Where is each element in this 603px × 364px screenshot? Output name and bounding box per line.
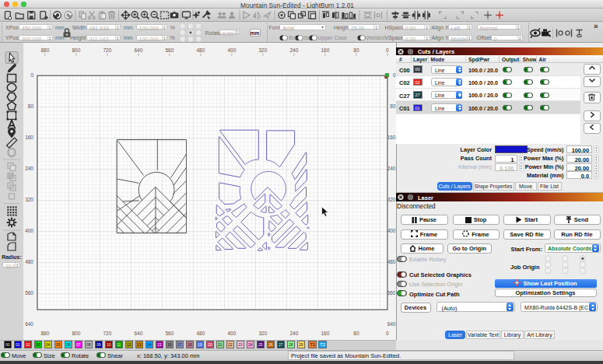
svg-text:320: 320 <box>25 197 33 202</box>
svg-text:720: 720 <box>103 331 111 336</box>
svg-text:240: 240 <box>387 166 396 171</box>
svg-text:880: 880 <box>40 47 49 53</box>
svg-text:720: 720 <box>103 47 111 53</box>
svg-text:560: 560 <box>387 290 396 296</box>
svg-text:560: 560 <box>165 331 174 336</box>
svg-text:80: 80 <box>390 103 396 109</box>
svg-text:400: 400 <box>227 331 236 336</box>
svg-text:160: 160 <box>321 47 329 53</box>
svg-text:160: 160 <box>387 135 396 140</box>
svg-text:80: 80 <box>353 331 359 336</box>
svg-text:160: 160 <box>25 135 33 140</box>
svg-text:0: 0 <box>30 72 33 78</box>
svg-text:400: 400 <box>387 228 396 233</box>
svg-text:480: 480 <box>196 47 205 53</box>
svg-text:400: 400 <box>25 228 33 233</box>
svg-text:800: 800 <box>72 47 80 53</box>
svg-text:640: 640 <box>134 331 142 336</box>
svg-text:880: 880 <box>40 331 49 336</box>
svg-text:240: 240 <box>289 47 298 53</box>
svg-text:560: 560 <box>25 290 33 296</box>
svg-text:480: 480 <box>196 331 205 336</box>
svg-text:240: 240 <box>25 166 33 171</box>
svg-text:80: 80 <box>353 47 359 53</box>
svg-text:240: 240 <box>289 331 298 336</box>
svg-text:0: 0 <box>386 47 389 53</box>
svg-text:480: 480 <box>387 259 396 264</box>
svg-text:640: 640 <box>134 47 142 53</box>
svg-text:640: 640 <box>25 321 33 327</box>
svg-text:800: 800 <box>72 331 80 336</box>
svg-text:320: 320 <box>258 331 267 336</box>
svg-text:160: 160 <box>321 331 329 336</box>
svg-text:480: 480 <box>25 259 33 264</box>
svg-text:80: 80 <box>28 103 34 109</box>
svg-text:560: 560 <box>165 47 174 53</box>
svg-text:320: 320 <box>387 197 396 202</box>
svg-text:Radius:: Radius: <box>2 254 22 260</box>
svg-text:400: 400 <box>227 47 236 53</box>
svg-text:320: 320 <box>258 47 267 53</box>
svg-text:640: 640 <box>387 321 396 327</box>
svg-text:0: 0 <box>386 331 389 336</box>
